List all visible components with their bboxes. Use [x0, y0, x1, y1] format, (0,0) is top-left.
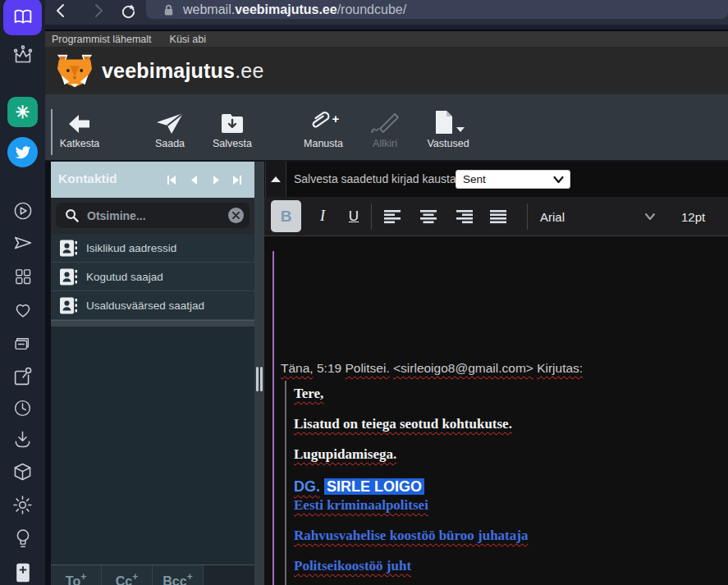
save-sent-row: Salvesta saadetud kirjad kausta Sent [264, 162, 728, 197]
archive-folder-icon [202, 104, 263, 135]
address-book-icon [59, 296, 78, 315]
paper-plane-icon [140, 104, 200, 135]
notes-icon[interactable] [0, 333, 45, 355]
font-size-select[interactable]: 12pt [681, 197, 705, 236]
browser-toolbar: webmail.veebimajutus.ee/roundcube/ [45, 0, 728, 25]
browser-sidebar: ✳ [0, 0, 45, 585]
sent-folder-select[interactable]: Sent [456, 170, 570, 189]
greeting-line: Tere, [294, 386, 528, 401]
download-icon[interactable] [0, 427, 45, 451]
signature-title-line: Rahvusvahelise koostöö büroo juhataja [294, 528, 528, 543]
search-icon [64, 208, 80, 223]
quote-header: Täna, 5:19 Politsei. <sirleoigo8@gmail.c… [281, 361, 583, 376]
save-sent-label: Salvesta saadetud kirjad kausta [294, 172, 456, 185]
play-circle-icon[interactable] [0, 199, 45, 222]
format-toolbar: B I U Arial 12pt [264, 197, 728, 236]
compose-toolbar: Katkesta Saada Salvesta + Manusta Allkir… [45, 94, 728, 162]
menu-item-about[interactable]: Programmist lähemalt [52, 34, 152, 45]
grid-icon[interactable] [0, 266, 45, 287]
align-right-button[interactable] [451, 200, 476, 232]
splitter-handle-icon[interactable] [254, 367, 264, 393]
email-editor-body[interactable]: Täna, 5:19 Politsei. <sirleoigo8@gmail.c… [264, 236, 728, 585]
reload-icon[interactable] [119, 2, 137, 20]
group-collected-recipients[interactable]: Kogutud saajad [51, 263, 254, 291]
contacts-title: Kontaktid [58, 171, 117, 186]
fox-logo-icon[interactable] [56, 53, 94, 89]
plus-badge: + [332, 112, 340, 126]
bcc-button[interactable]: Bcc+ [153, 565, 204, 585]
app-menubar: Programmist lähemalt Küsi abi [45, 31, 728, 47]
clear-search-icon[interactable] [228, 208, 244, 223]
heart-icon[interactable] [0, 299, 45, 322]
selected-text: SIRLE LOIGO [324, 478, 424, 495]
italic-button[interactable]: I [310, 200, 335, 232]
underline-button[interactable]: U [341, 200, 366, 232]
contacts-list-divider [51, 320, 254, 327]
selected-folder-value: Sent [463, 173, 486, 185]
align-center-button[interactable] [416, 200, 441, 232]
clock-icon[interactable] [0, 397, 45, 419]
first-page-icon[interactable] [164, 173, 179, 186]
back-arrow-icon [49, 104, 110, 135]
screen: ✳ [0, 0, 728, 585]
cc-button[interactable]: Cc+ [102, 565, 153, 585]
menu-item-help[interactable]: Küsi abi [170, 34, 206, 45]
extension-icon[interactable] [0, 560, 45, 585]
closing-line: Lugupidamisega. [294, 446, 528, 462]
address-book-icon [59, 239, 78, 258]
triangle-up-icon [271, 176, 281, 182]
group-personal-addresses[interactable]: Isiklikud aadressid [51, 234, 254, 263]
paperclip-icon: + [293, 104, 354, 135]
next-page-icon[interactable] [208, 173, 223, 186]
group-label: Isiklikud aadressid [86, 242, 176, 254]
quoted-message: Tere, Lisatud on teiega seotud kohtukuts… [285, 381, 528, 585]
back-icon[interactable] [52, 2, 70, 20]
chatgpt-icon[interactable]: ✳ [0, 97, 45, 127]
signature-org-line: Eesti kriminaalpolitsei [294, 497, 528, 513]
align-left-button[interactable] [381, 200, 405, 232]
signature-button[interactable]: Allkiri [355, 104, 415, 157]
font-family-select[interactable]: Arial [540, 197, 565, 236]
body-line: Lisatud on teiega seotud kohtukutse. [294, 416, 528, 432]
crown-icon[interactable] [0, 41, 45, 69]
package-icon[interactable] [0, 460, 45, 484]
open-book-icon[interactable] [0, 0, 45, 35]
gear-icon[interactable] [0, 493, 45, 517]
lightbulb-icon[interactable] [0, 526, 45, 552]
contacts-header: Kontaktid [51, 162, 254, 198]
signature-role-line: Politseikoostöö juht [294, 558, 528, 574]
lock-icon [163, 3, 175, 16]
twitter-icon[interactable] [0, 137, 45, 167]
brand-text: veebimajutus.ee [102, 59, 264, 83]
contacts-panel: Kontaktid Isiklikud aadressid Kogutud sa… [51, 162, 254, 585]
signature-pen-icon [355, 104, 415, 135]
paper-plane-icon[interactable] [0, 231, 45, 255]
group-trusted-senders[interactable]: Usaldusväärsed saatjad [51, 291, 254, 320]
signature-name-line: DG. SIRLE LOIGO [294, 477, 528, 496]
to-button[interactable]: To+ [51, 565, 102, 585]
cancel-button[interactable]: Katkesta [49, 104, 110, 157]
toolbar-separator [371, 203, 372, 230]
forward-icon[interactable] [89, 2, 108, 20]
share-pin-icon[interactable] [0, 364, 45, 389]
responses-button[interactable]: Vastused [418, 104, 478, 157]
address-book-icon [59, 267, 78, 286]
dropdown-caret-icon [456, 127, 465, 132]
chevron-down-icon [644, 213, 656, 221]
group-label: Kogutud saajad [86, 271, 163, 283]
save-draft-button[interactable]: Salvesta [202, 104, 263, 157]
recipient-buttons-row: To+ Cc+ Bcc+ [51, 564, 254, 585]
prev-page-icon[interactable] [186, 173, 201, 186]
attach-button[interactable]: + Manusta [293, 104, 354, 157]
align-justify-button[interactable] [486, 200, 511, 232]
last-page-icon[interactable] [230, 173, 245, 186]
panel-splitter [254, 162, 264, 585]
logo-bar: veebimajutus.ee [45, 47, 728, 94]
group-label: Usaldusväärsed saatjad [86, 299, 204, 312]
contacts-search-row [51, 198, 254, 234]
collapse-options-button[interactable] [265, 162, 286, 197]
send-button[interactable]: Saada [140, 104, 200, 157]
bold-button[interactable]: B [271, 200, 301, 232]
search-input[interactable] [87, 203, 218, 228]
url-bar[interactable]: webmail.veebimajutus.ee/roundcube/ [146, 0, 728, 19]
